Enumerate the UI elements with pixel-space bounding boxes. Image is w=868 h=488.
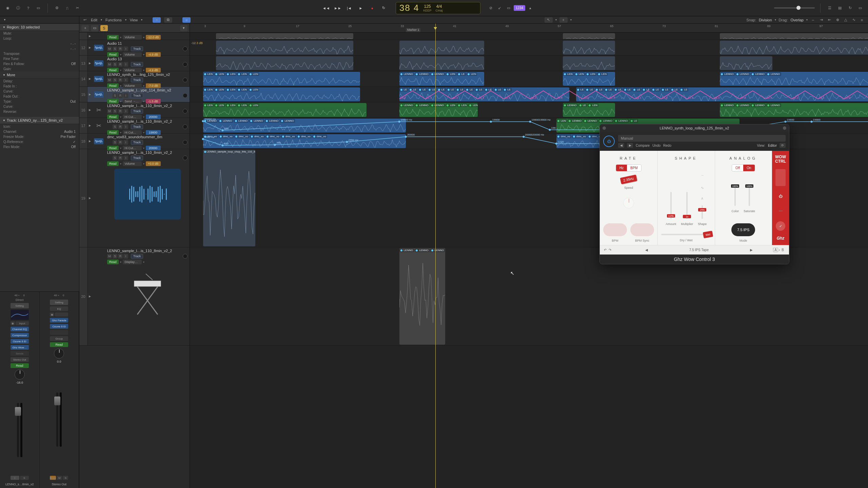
r-button[interactable]: R bbox=[118, 124, 123, 129]
redo-button[interactable]: Redo bbox=[663, 144, 671, 147]
region[interactable]: LENLENLENLENLEN bbox=[203, 87, 360, 101]
region[interactable] bbox=[216, 33, 353, 39]
region[interactable] bbox=[563, 56, 615, 70]
insert-slot[interactable]: Ozone 8 El bbox=[50, 324, 68, 329]
bpm-display[interactable] bbox=[603, 223, 627, 236]
track-header[interactable]: 13▶Audio 13MSRITrackRead▾Volume▾-4.9 dB bbox=[79, 56, 190, 71]
automation-button[interactable]: ⌁ bbox=[153, 17, 161, 23]
region-inspector-header[interactable]: ▼Region: 10 selected bbox=[0, 24, 79, 31]
track-name[interactable]: LENNO_sample_l…ype_114_8min_v2 bbox=[107, 88, 188, 92]
track-inspector-header[interactable]: ▼Track: LENNO_sy…125_8min_v2 bbox=[0, 117, 79, 124]
track-chip[interactable]: Track bbox=[131, 78, 143, 82]
speed-value[interactable]: 2.35Hz bbox=[620, 175, 637, 184]
play-button[interactable]: ► bbox=[356, 4, 366, 12]
track-header[interactable]: 14▶LENNO_synth_lo…ling_125_8min_v2MSRITr… bbox=[79, 71, 190, 87]
region[interactable] bbox=[563, 41, 615, 55]
zoom-v-icon[interactable]: △ bbox=[843, 16, 848, 24]
automation-read[interactable]: Read bbox=[50, 342, 68, 347]
s-button[interactable]: S bbox=[113, 78, 117, 82]
inspector-row[interactable]: Delay: bbox=[0, 79, 79, 84]
region[interactable] bbox=[216, 56, 353, 70]
region[interactable] bbox=[399, 56, 485, 70]
eq-slot[interactable]: EQ bbox=[50, 306, 68, 311]
next-preset-button[interactable]: ▶ bbox=[627, 143, 633, 148]
track-chip[interactable]: Track bbox=[131, 109, 143, 114]
pan-knob[interactable] bbox=[183, 78, 188, 82]
back-icon[interactable]: ↩ bbox=[82, 18, 87, 22]
plugin-menu-button[interactable] bbox=[783, 126, 786, 130]
s-button[interactable]: S bbox=[113, 254, 117, 259]
drywet-slider[interactable]: Wet bbox=[661, 234, 711, 235]
snap-value[interactable]: Division bbox=[759, 18, 772, 22]
prev-preset-button[interactable]: ◀ bbox=[618, 143, 624, 148]
auto-value[interactable]: +0.0 dB bbox=[146, 161, 161, 166]
m-button[interactable]: M bbox=[107, 78, 112, 82]
waveform-zoom-icon[interactable]: ∿ bbox=[851, 16, 856, 24]
menu-view[interactable]: View bbox=[130, 18, 138, 22]
inspector-row[interactable]: Transpose: bbox=[0, 51, 79, 56]
plugin-power-button[interactable]: ⏻ bbox=[603, 136, 615, 147]
inspector-row[interactable]: Flex & Follow:Off bbox=[0, 61, 79, 66]
mode-I[interactable]: I bbox=[11, 476, 19, 480]
auto-mode[interactable]: Read bbox=[107, 35, 119, 40]
pan-knob[interactable] bbox=[183, 124, 188, 129]
mode-S[interactable]: S bbox=[20, 476, 29, 480]
inspector-row[interactable]: - . - bbox=[0, 46, 79, 51]
inspector-row[interactable]: Loop: bbox=[0, 36, 79, 41]
r-button[interactable]: R bbox=[118, 46, 123, 51]
insert-slot[interactable]: Channel EQ bbox=[11, 327, 29, 331]
duplicate-track-button[interactable]: ▭ bbox=[91, 25, 98, 31]
region[interactable]: LENNOLELEN bbox=[563, 103, 615, 117]
s-button[interactable]: S bbox=[113, 93, 117, 98]
zoom-h-icon[interactable]: ⊕ bbox=[835, 16, 840, 24]
input-slot[interactable] bbox=[55, 312, 68, 317]
i-button[interactable]: I bbox=[123, 254, 128, 259]
inspector-row[interactable]: Icon: bbox=[0, 124, 79, 129]
input-toggle[interactable]: ◉ bbox=[50, 312, 54, 317]
metronome-icon[interactable]: ▴ bbox=[527, 4, 534, 12]
track-chip[interactable]: Track bbox=[131, 46, 143, 51]
rate-knob[interactable] bbox=[623, 198, 634, 208]
region[interactable]: LENNOLENNOLENNOLENLELEN bbox=[399, 72, 485, 86]
i-button[interactable]: I bbox=[123, 109, 128, 114]
sends-slot[interactable]: Sends bbox=[11, 351, 29, 356]
m-button[interactable]: M bbox=[107, 254, 112, 259]
pan-knob[interactable] bbox=[15, 369, 25, 380]
plugin-close-button[interactable] bbox=[603, 126, 606, 130]
amount-slider[interactable]: 3.0% bbox=[670, 192, 672, 219]
r-button[interactable]: R bbox=[118, 109, 123, 114]
region[interactable]: LENLENLENLENLEN bbox=[203, 103, 367, 117]
undo-small[interactable]: ↶ bbox=[604, 248, 607, 252]
disclosure-triangle[interactable]: ▶ bbox=[87, 40, 92, 55]
r-button[interactable]: R bbox=[118, 93, 123, 98]
mode-display[interactable]: 7.5 IPS bbox=[731, 223, 755, 236]
saturate-slider[interactable]: 100% bbox=[749, 186, 750, 206]
disclosure-triangle[interactable]: ▶ bbox=[87, 102, 92, 118]
editors-icon[interactable]: ✂ bbox=[74, 4, 81, 12]
disclosure-triangle[interactable]: ▶ bbox=[87, 33, 92, 40]
preset-name[interactable]: Manual bbox=[618, 135, 786, 142]
arrange-lane[interactable] bbox=[190, 33, 868, 40]
r-button[interactable]: R bbox=[118, 78, 123, 82]
disclosure-triangle[interactable]: ▶ bbox=[87, 56, 92, 71]
catch-button[interactable]: ≡ bbox=[182, 17, 191, 23]
i-button[interactable]: I bbox=[123, 78, 128, 82]
m-button[interactable]: M bbox=[107, 62, 112, 67]
r-button[interactable]: R bbox=[118, 254, 123, 259]
region[interactable] bbox=[720, 33, 868, 39]
track-name[interactable]: LENNO_synth_lo…ling_125_8min_v2 bbox=[107, 73, 188, 77]
insert-slot[interactable]: Ghz Wow… bbox=[11, 345, 29, 350]
insert-slot[interactable]: Ghz Farada bbox=[50, 318, 68, 323]
analog-off[interactable]: Off bbox=[732, 165, 743, 171]
track-chip[interactable]: Track bbox=[131, 140, 143, 145]
automation-read[interactable]: Read bbox=[11, 363, 29, 368]
disclosure-triangle[interactable]: ▶ bbox=[87, 71, 92, 86]
ab-b[interactable]: B bbox=[781, 248, 785, 252]
forward-button[interactable]: ►► bbox=[333, 4, 343, 12]
inspector-row[interactable]: Mute: bbox=[0, 31, 79, 36]
setting-slot[interactable]: Setting bbox=[11, 303, 29, 308]
m-button[interactable]: M bbox=[107, 109, 112, 114]
fader[interactable] bbox=[17, 403, 19, 457]
track-name[interactable]: LENNO_sample_l…is_110_8min_v2_2 bbox=[107, 119, 188, 123]
group-slot[interactable]: Group bbox=[50, 336, 68, 341]
